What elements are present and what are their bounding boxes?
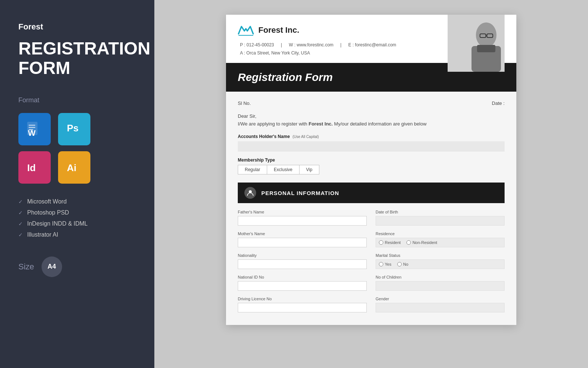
- date-label: Date :: [492, 100, 505, 106]
- no-option[interactable]: No: [397, 262, 408, 266]
- no-radio[interactable]: [397, 262, 402, 266]
- non-resident-option[interactable]: Non-Resident: [406, 240, 437, 245]
- national-id-label: National ID No: [238, 275, 367, 279]
- header-photo: [448, 15, 505, 72]
- dob-field: Date of Birth: [376, 210, 505, 226]
- size-label: Size: [18, 262, 34, 272]
- national-id-field: National ID No: [238, 275, 367, 291]
- nationality-field: Nationality: [238, 253, 367, 269]
- sl-date-row: Sl No. Date :: [238, 100, 505, 106]
- format-icons-grid: W Ps Id Ai: [18, 113, 92, 184]
- phone: P : 012-45-00023: [240, 42, 274, 47]
- svg-text:Ps: Ps: [67, 123, 79, 134]
- father-name-field: Father's Name: [238, 210, 367, 226]
- national-id-input[interactable]: [238, 281, 367, 291]
- svg-text:Ai: Ai: [67, 162, 76, 173]
- father-name-label: Father's Name: [238, 210, 367, 214]
- checklist-item-ai: Illustrator AI: [18, 231, 136, 238]
- father-name-input[interactable]: [238, 216, 367, 226]
- photo-placeholder: [448, 15, 505, 72]
- nationality-label: Nationality: [238, 253, 367, 258]
- size-section: Size A4: [18, 256, 136, 277]
- website: W : www.forestinc.com: [289, 42, 333, 47]
- children-input[interactable]: [376, 281, 505, 291]
- size-badge: A4: [42, 256, 62, 277]
- membership-section: Membership Type Regular Exclusive Vip: [238, 158, 505, 174]
- brand-contact: P : 012-45-00023 | W : www.forestinc.com…: [238, 41, 398, 57]
- email: E : forestinc@email.com: [348, 42, 396, 47]
- ps-icon: Ps: [58, 113, 90, 145]
- checklist-item-ps: Photoshop PSD: [18, 209, 136, 216]
- address: A : Orca Street, New York City, USA: [240, 50, 310, 56]
- children-field: No of Children: [376, 275, 505, 291]
- gender-field: Gender: [376, 297, 505, 312]
- account-holder-field: Accounts Holder's Name (Use All Capital): [238, 134, 505, 152]
- svg-text:Id: Id: [27, 162, 36, 173]
- membership-options: Regular Exclusive Vip: [238, 165, 505, 174]
- form-title: Registration Form: [238, 71, 333, 84]
- id-icon: Id: [18, 151, 51, 184]
- svg-rect-2: [29, 127, 35, 128]
- checklist-item-word: Microsoft Word: [18, 198, 136, 205]
- yes-radio[interactable]: [379, 262, 383, 266]
- membership-regular[interactable]: Regular: [238, 165, 267, 174]
- personal-info-title: PERSONAL INFORMATION: [261, 190, 339, 196]
- nationality-input[interactable]: [238, 259, 367, 269]
- marital-radio-group: Yes No: [376, 259, 505, 269]
- residence-radio-group: Resident Non-Resident: [376, 238, 505, 247]
- svg-rect-14: [477, 45, 495, 52]
- svg-text:W: W: [28, 128, 36, 138]
- dob-input[interactable]: [376, 216, 505, 226]
- checklist: Microsoft Word Photoshop PSD InDesign IN…: [18, 198, 136, 238]
- mother-name-input[interactable]: [238, 238, 367, 247]
- format-label: Format: [18, 96, 136, 104]
- sidebar-title-large: REGISTRATIONFORM: [18, 39, 136, 78]
- brand-logo: [238, 24, 254, 37]
- membership-vip[interactable]: Vip: [300, 165, 319, 174]
- marital-label: Marital Status: [376, 253, 505, 258]
- brand-name: Forest Inc.: [258, 25, 299, 35]
- account-holder-input[interactable]: [238, 141, 505, 152]
- children-label: No of Children: [376, 275, 505, 279]
- membership-exclusive[interactable]: Exclusive: [267, 165, 300, 174]
- residence-field: Residence Resident Non-Resident: [376, 231, 505, 247]
- sl-label: Sl No.: [238, 100, 251, 106]
- dear-text: Dear Sir,: [238, 113, 505, 119]
- doc-header: Forest Inc. P : 012-45-00023 | W : www.f…: [226, 15, 516, 63]
- mother-name-label: Mother's Name: [238, 231, 367, 236]
- apply-text: I/We are applying to register with Fores…: [238, 121, 505, 127]
- driving-licence-label: Driving Licence No: [238, 297, 367, 301]
- account-holder-label: Accounts Holder's Name (Use All Capital): [238, 134, 505, 139]
- driving-licence-input[interactable]: [238, 303, 367, 312]
- sidebar: Forest REGISTRATIONFORM Format W Ps: [0, 0, 154, 368]
- sidebar-title-small: Forest: [18, 22, 136, 32]
- marital-field: Marital Status Yes No: [376, 253, 505, 269]
- dob-label: Date of Birth: [376, 210, 505, 214]
- brand-row: Forest Inc.: [238, 24, 398, 37]
- yes-option[interactable]: Yes: [379, 262, 391, 266]
- gender-label: Gender: [376, 297, 505, 301]
- driving-licence-field: Driving Licence No: [238, 297, 367, 312]
- personal-info-header: PERSONAL INFORMATION: [238, 183, 505, 203]
- checklist-item-id: InDesign INDD & IDML: [18, 220, 136, 227]
- main-content: Forest Inc. P : 012-45-00023 | W : www.f…: [154, 0, 588, 368]
- svg-rect-1: [29, 125, 35, 126]
- person-icon: [244, 187, 256, 199]
- ai-icon: Ai: [58, 151, 90, 184]
- residence-label: Residence: [376, 231, 505, 236]
- personal-info-fields: Father's Name Date of Birth Mother's Nam…: [238, 210, 505, 312]
- doc-body: Sl No. Date : Dear Sir, I/We are applyin…: [226, 92, 516, 325]
- word-icon: W: [18, 113, 51, 145]
- non-resident-radio[interactable]: [406, 240, 411, 245]
- doc-header-left: Forest Inc. P : 012-45-00023 | W : www.f…: [238, 24, 398, 57]
- resident-radio[interactable]: [379, 240, 383, 245]
- gender-input[interactable]: [376, 303, 505, 312]
- mother-name-field: Mother's Name: [238, 231, 367, 247]
- membership-label: Membership Type: [238, 158, 505, 163]
- resident-option[interactable]: Resident: [379, 240, 401, 245]
- form-document: Forest Inc. P : 012-45-00023 | W : www.f…: [226, 15, 516, 325]
